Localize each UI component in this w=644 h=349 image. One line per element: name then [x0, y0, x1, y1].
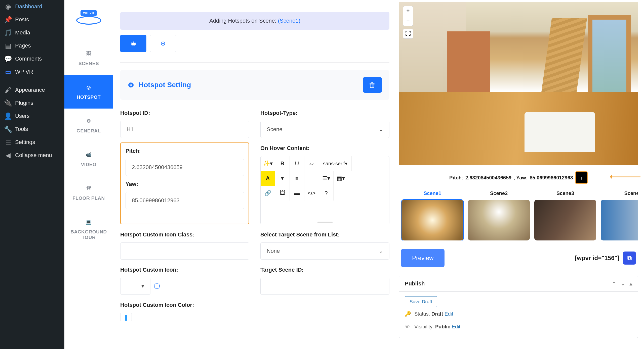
code-button[interactable]: </>	[304, 186, 319, 201]
edit-status-link[interactable]: Edit	[445, 311, 453, 317]
hotspot-id-input[interactable]	[120, 121, 249, 138]
scene-name: Scene3	[534, 188, 596, 200]
fullscreen-button[interactable]: ⛶	[403, 29, 413, 39]
caret-down-icon: ▾	[141, 283, 144, 289]
underline-button[interactable]: U	[290, 156, 304, 171]
wysiwyg-editor: ✨▾ B U ▱ sans-serif ▾ A ▾ ≡ ≣ ☰▾ ▦	[260, 156, 389, 224]
target-scene-id-input[interactable]	[260, 278, 389, 295]
delete-hotspot-button[interactable]: 🗑	[363, 77, 382, 93]
ol-button[interactable]: ≣	[304, 171, 319, 186]
hotspot-add-button[interactable]: ⊕	[150, 35, 176, 52]
scene-name: Scene1	[401, 188, 463, 200]
hotspot-nav: ◉ ⊕	[120, 35, 389, 52]
editor-area[interactable]	[261, 201, 389, 221]
menu-label: Posts	[15, 16, 29, 23]
link-button[interactable]: 🔗	[261, 186, 275, 201]
tab-video[interactable]: 📹VIDEO	[64, 142, 113, 176]
image-button[interactable]: 🖼	[275, 186, 290, 201]
eraser-button[interactable]: ▱	[304, 156, 319, 171]
scene-thumb-3[interactable]: Scene3	[534, 188, 596, 240]
brush-icon: 🖌	[5, 86, 12, 93]
color-swatch[interactable]	[125, 315, 127, 321]
scene-thumb-4[interactable]: Scene	[601, 188, 638, 240]
menu-settings[interactable]: ☰Settings	[0, 136, 64, 149]
highlight-dd[interactable]: ▾	[275, 171, 290, 186]
publish-metabox: Publish ⌃ ⌄ ▴ Save Draft 🔑 Status: Draft…	[399, 276, 638, 338]
wp-admin-sidebar: ◉Dashboard 📌Posts 🎵Media ▤Pages 💬Comment…	[0, 0, 64, 349]
icon-dropdown[interactable]: ▾	[120, 278, 150, 295]
menu-tools[interactable]: 🔧Tools	[0, 123, 64, 136]
tab-floorplan[interactable]: 🗺FLOOR PLAN	[64, 176, 113, 210]
menu-pages[interactable]: ▤Pages	[0, 39, 64, 52]
menu-label: Users	[15, 113, 29, 119]
wrench-icon: 🔧	[5, 126, 12, 133]
menu-wpvr[interactable]: ▭WP VR	[0, 65, 64, 78]
scene-thumb-1[interactable]: Scene1	[401, 188, 463, 240]
menu-appearance[interactable]: 🖌Appearance	[0, 83, 64, 96]
tab-bgtour[interactable]: 💻BACKGROUND TOUR	[64, 210, 113, 249]
logo-text: WP VR	[80, 10, 97, 16]
zoom-out-button[interactable]: −	[403, 16, 413, 26]
menu-label: Pages	[15, 42, 31, 49]
field-hotspot-id: Hotspot ID:	[120, 110, 249, 138]
menu-dashboard[interactable]: ◉Dashboard	[0, 0, 64, 13]
coords-pitch-value: 2.632084500436659	[465, 175, 512, 181]
zoom-in-button[interactable]: +	[403, 6, 413, 16]
menu-posts[interactable]: 📌Posts	[0, 13, 64, 26]
ul-button[interactable]: ≡	[290, 171, 304, 186]
tab-scenes[interactable]: 🖼SCENES	[64, 41, 113, 75]
yaw-input[interactable]	[126, 192, 244, 209]
tab-label: BACKGROUND TOUR	[67, 229, 110, 240]
icon-class-input[interactable]	[120, 242, 249, 260]
gauge-icon: ◉	[5, 3, 12, 10]
field-target-scene-list: Select Target Scene from List: None⌄	[260, 231, 389, 260]
font-select[interactable]: sans-serif ▾	[319, 156, 352, 171]
video-button[interactable]: ▬	[290, 186, 304, 201]
pitch-input[interactable]	[126, 159, 244, 176]
scene-thumb-2[interactable]: Scene2	[468, 188, 530, 240]
highlight-button[interactable]: A	[261, 171, 275, 186]
bold-button[interactable]: B	[275, 156, 290, 171]
menu-plugins[interactable]: 🔌Plugins	[0, 96, 64, 110]
help-button[interactable]: ?	[319, 186, 334, 201]
menu-label: Settings	[15, 139, 35, 145]
table-button[interactable]: ▦▾	[334, 171, 348, 186]
menu-media[interactable]: 🎵Media	[0, 26, 64, 39]
bold-icon: B	[280, 160, 285, 167]
align-button[interactable]: ☰▾	[319, 171, 334, 186]
magic-button[interactable]: ✨▾	[261, 156, 275, 171]
panel-down-button[interactable]: ⌄	[621, 281, 625, 287]
target-scene-select[interactable]: None⌄	[260, 242, 389, 260]
menu-comments[interactable]: 💬Comments	[0, 52, 64, 65]
menu-label: Collapse menu	[15, 152, 52, 159]
panorama-preview[interactable]: + − ⛶	[399, 2, 638, 165]
menu-label: Comments	[15, 56, 42, 62]
scene-thumbnails: Scene1 Scene2 Scene3 Scene	[399, 188, 638, 240]
hotspot-current-button[interactable]: ◉	[120, 35, 146, 52]
banner-scene-link[interactable]: (Scene1)	[278, 18, 300, 24]
magic-icon: ✨▾	[263, 160, 273, 167]
copy-shortcode-button[interactable]: ⧉	[623, 252, 636, 265]
preview-panel: + − ⛶ Pitch: 2.632084500436659, Yaw: 85.…	[396, 0, 644, 349]
visibility-value: Public	[435, 324, 450, 329]
caret-down-icon: ▾	[281, 175, 284, 182]
panel-toggle-button[interactable]: ▴	[630, 281, 632, 287]
save-draft-button[interactable]: Save Draft	[405, 296, 437, 307]
menu-collapse[interactable]: ◀Collapse menu	[0, 149, 64, 162]
apply-coords-button[interactable]: ↓	[575, 171, 588, 184]
panel-up-button[interactable]: ⌃	[612, 281, 616, 287]
edit-visibility-link[interactable]: Edit	[452, 324, 460, 329]
tab-hotspot[interactable]: ◎HOTSPOT	[64, 75, 113, 109]
resize-handle[interactable]	[261, 221, 389, 224]
label: Select Target Scene from List:	[260, 231, 389, 238]
tab-general[interactable]: ⚙GENERAL	[64, 109, 113, 142]
hotspot-type-select[interactable]: Scene⌄	[260, 121, 389, 138]
download-icon: ↓	[580, 175, 583, 181]
list-ol-icon: ≣	[309, 175, 314, 182]
info-icon[interactable]: ⓘ	[154, 282, 160, 290]
preview-button[interactable]: Preview	[401, 249, 445, 267]
banner-prefix: Adding Hotspots on Scene:	[209, 18, 278, 24]
menu-users[interactable]: 👤Users	[0, 110, 64, 123]
user-icon: 👤	[5, 113, 12, 120]
coords-yaw-value: 85.0699986012963	[530, 175, 573, 181]
